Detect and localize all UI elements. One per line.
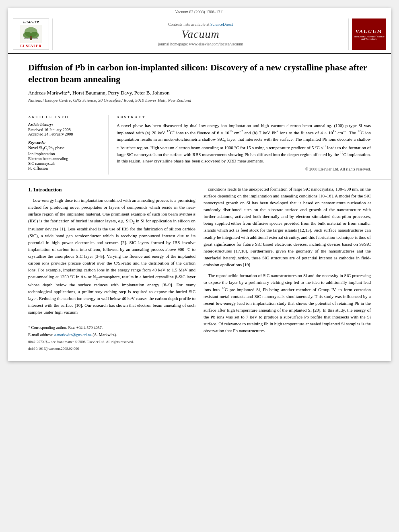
issn-line: 0042-207X/$ – see front matter © 2008 El… (28, 339, 195, 345)
keywords-group: Keywords: Novel Si3C3Pb2 phase Ion impla… (28, 140, 102, 170)
footnote-email: E-mail address: a.markwitz@gns.cri.nz (A… (28, 332, 195, 338)
keywords-label: Keywords: (28, 140, 102, 145)
body-right-col: conditions leads to the unexpected forma… (204, 186, 371, 353)
email-link[interactable]: a.markwitz@gns.cri.nz (54, 333, 92, 337)
journal-header: ELSEVIER ELSEVIER Contents lists availab… (8, 15, 391, 54)
abstract-text: A novel phase has been discovered by dua… (117, 122, 371, 164)
abstract-label: ABSTRACT (117, 115, 371, 119)
footnote-section: * Corresponding author. Fax: +64 4 570 4… (28, 322, 195, 352)
journal-page: Vacuum 82 (2008) 1306–1311 ELSEVIER ELSE… (8, 8, 391, 361)
article-affiliation: National Isotope Centre, GNS Science, 30… (28, 98, 371, 103)
copyright-line: © 2008 Elsevier Ltd. All rights reserved… (117, 167, 371, 171)
doi-line: doi:10.1016/j.vacuum.2008.02.006 (28, 346, 195, 352)
article-info-label: ARTICLE INFO (28, 115, 102, 119)
accepted-date: Accepted 24 February 2008 (28, 132, 102, 136)
vacuum-subtitle: International Journal of Science and Tec… (354, 35, 385, 40)
article-history-label: Article history: (28, 122, 102, 127)
keyword-5: Pb diffusion (28, 166, 102, 170)
article-info-abstract-section: ARTICLE INFO Article history: Received 1… (8, 110, 391, 180)
vacuum-logo: VACUUM International Journal of Science … (352, 18, 386, 50)
journal-vol-info: Vacuum 82 (2008) 1306–1311 (8, 8, 391, 15)
abstract-col: ABSTRACT A novel phase has been discover… (117, 115, 371, 175)
keyword-1: Novel Si3C3Pb2 phase (28, 146, 102, 151)
keyword-2: Ion implantation (28, 152, 102, 156)
body-para2: conditions leads to the unexpected forma… (204, 186, 371, 268)
article-header: Diffusion of Pb in carbon ion-implanted … (8, 54, 391, 110)
sciencedirect-link[interactable]: ScienceDirect (210, 22, 233, 27)
svg-rect-4 (30, 36, 32, 40)
journal-volume: Vacuum 82 (2008) 1306–1311 (175, 10, 224, 14)
journal-name: Vacuum (181, 28, 220, 41)
article-history: Article history: Received 16 January 200… (28, 122, 102, 136)
article-info-col: ARTICLE INFO Article history: Received 1… (28, 115, 109, 175)
header-center: Contents lists available at ScienceDirec… (52, 18, 349, 50)
article-authors: Andreas Markwitz*, Horst Baumann, Perry … (28, 90, 371, 96)
elsevier-tree-icon (19, 25, 43, 43)
article-title: Diffusion of Pb in carbon ion-implanted … (28, 62, 371, 85)
keyword-4: SiC nanocrystals (28, 161, 102, 166)
elsevier-brand: ELSEVIER (20, 44, 42, 48)
homepage-line: journal homepage: www.elsevier.com/locat… (158, 42, 243, 46)
received-date: Received 16 January 2008 (28, 127, 102, 132)
footnote-corresponding: * Corresponding author. Fax: +64 4 570 4… (28, 325, 195, 331)
article-body: 1. Introduction Low-energy high-dose ion… (8, 180, 391, 361)
elsevier-logo: ELSEVIER ELSEVIER (13, 18, 49, 50)
contents-line: Contents lists available at ScienceDirec… (168, 22, 233, 27)
body-para1: Low-energy high-dose ion implantation co… (28, 197, 195, 315)
elsevier-logo-text: ELSEVIER (23, 21, 39, 24)
keyword-3: Electron beam annealing (28, 156, 102, 161)
section1-title: 1. Introduction (28, 186, 195, 194)
body-para3: The reproducible formation of SiC nanost… (204, 272, 371, 334)
body-left-col: 1. Introduction Low-energy high-dose ion… (28, 186, 195, 353)
